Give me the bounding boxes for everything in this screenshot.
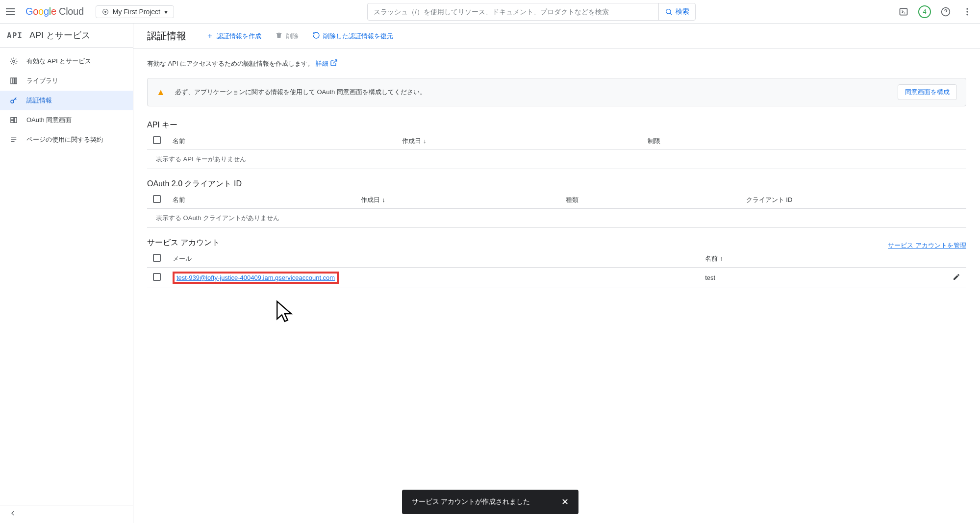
sort-desc-icon: ↓ bbox=[423, 137, 427, 145]
col-created[interactable]: 作成日↓ bbox=[396, 132, 642, 150]
svg-rect-15 bbox=[11, 121, 14, 123]
configure-consent-button[interactable]: 同意画面を構成 bbox=[898, 84, 957, 100]
svg-rect-10 bbox=[11, 78, 12, 84]
sidebar-item-oauth-consent[interactable]: OAuth 同意画面 bbox=[0, 110, 133, 130]
help-text: 有効な API にアクセスするための認証情報を作成します。 詳細 bbox=[147, 59, 966, 68]
service-account-email-link[interactable]: test-939@lofty-justice-400409.iam.gservi… bbox=[176, 274, 335, 281]
select-all-checkbox[interactable] bbox=[153, 136, 161, 144]
oauth-clients-heading: OAuth 2.0 クライアント ID bbox=[147, 179, 966, 189]
svg-point-13 bbox=[11, 100, 14, 103]
svg-point-6 bbox=[966, 8, 968, 9]
toast-notification: サービス アカウントが作成されました ✕ bbox=[402, 490, 578, 514]
highlight-annotation: test-939@lofty-justice-400409.iam.gservi… bbox=[173, 272, 339, 284]
api-logo: API bbox=[7, 31, 23, 40]
empty-state: 表示する API キーがありません bbox=[147, 150, 966, 169]
svg-rect-11 bbox=[13, 78, 15, 84]
top-bar: Google Cloud ⦿ My First Project ▾ 検索 4 bbox=[0, 0, 980, 24]
library-icon bbox=[9, 76, 19, 86]
consent-icon bbox=[9, 115, 19, 125]
project-name: My First Project bbox=[113, 8, 160, 16]
project-selector[interactable]: ⦿ My First Project ▾ bbox=[96, 5, 174, 18]
sidebar-item-label: 有効な API とサービス bbox=[26, 57, 91, 66]
search-input[interactable] bbox=[368, 8, 658, 16]
sidebar-item-label: OAuth 同意画面 bbox=[26, 116, 72, 125]
sidebar-collapse[interactable] bbox=[0, 505, 133, 523]
oauth-consent-warning: ▲ 必ず、アプリケーションに関する情報を使用して OAuth 同意画面を構成して… bbox=[147, 78, 966, 106]
col-name[interactable]: 名前↑ bbox=[699, 250, 937, 268]
close-icon[interactable]: ✕ bbox=[561, 497, 569, 507]
restore-icon bbox=[312, 31, 320, 41]
select-all-checkbox[interactable] bbox=[153, 195, 161, 203]
sidebar-item-enabled-apis[interactable]: 有効な API とサービス bbox=[0, 51, 133, 71]
sort-asc-icon: ↑ bbox=[720, 255, 723, 262]
svg-rect-14 bbox=[11, 118, 14, 120]
svg-line-1 bbox=[670, 13, 672, 15]
sidebar-item-label: ページの使用に関する契約 bbox=[26, 135, 103, 144]
main-header: 認証情報 ＋ 認証情報を作成 削除 削除した認証情報を復元 bbox=[133, 24, 980, 49]
search-icon bbox=[665, 8, 673, 16]
table-row: test-939@lofty-justice-400409.iam.gservi… bbox=[147, 268, 966, 288]
delete-button: 削除 bbox=[275, 31, 299, 41]
plus-icon: ＋ bbox=[206, 31, 214, 41]
col-created[interactable]: 作成日↓ bbox=[355, 191, 560, 209]
svg-rect-12 bbox=[15, 78, 17, 84]
select-all-checkbox[interactable] bbox=[153, 254, 161, 262]
help-link[interactable]: 詳細 bbox=[316, 60, 338, 67]
col-type[interactable]: 種類 bbox=[560, 191, 740, 209]
chevron-left-icon bbox=[9, 509, 17, 517]
external-link-icon bbox=[330, 59, 338, 67]
api-keys-table: 名前 作成日↓ 制限 表示する API キーがありません bbox=[147, 132, 966, 169]
main-content: 認証情報 ＋ 認証情報を作成 削除 削除した認証情報を復元 有効な API にア… bbox=[133, 24, 980, 523]
chevron-down-icon: ▾ bbox=[164, 8, 168, 16]
sidebar-item-label: ライブラリ bbox=[26, 76, 58, 85]
service-accounts-table: メール 名前↑ test-939@lofty-justice-400409.ia… bbox=[147, 250, 966, 288]
search-box: 検索 bbox=[367, 3, 696, 21]
sidebar-item-library[interactable]: ライブラリ bbox=[0, 71, 133, 91]
dashboard-icon bbox=[9, 56, 19, 66]
service-account-name: test bbox=[699, 268, 937, 288]
svg-point-8 bbox=[966, 14, 968, 15]
google-cloud-logo[interactable]: Google Cloud bbox=[25, 6, 84, 17]
hamburger-icon[interactable] bbox=[6, 6, 18, 18]
row-checkbox[interactable] bbox=[153, 273, 161, 281]
svg-point-9 bbox=[13, 60, 15, 63]
col-email[interactable]: メール bbox=[167, 250, 699, 268]
svg-point-0 bbox=[666, 9, 671, 13]
col-clientid[interactable]: クライアント ID bbox=[740, 191, 947, 209]
project-icon: ⦿ bbox=[102, 8, 109, 16]
edit-icon[interactable] bbox=[953, 275, 960, 282]
sidebar-item-credentials[interactable]: 認証情報 bbox=[0, 91, 133, 110]
api-keys-heading: API キー bbox=[147, 120, 966, 130]
manage-service-accounts-link[interactable]: サービス アカウントを管理 bbox=[888, 241, 966, 250]
oauth-clients-table: 名前 作成日↓ 種類 クライアント ID 表示する OAuth クライアントがあ… bbox=[147, 191, 966, 228]
col-name[interactable]: 名前 bbox=[167, 132, 396, 150]
restore-button[interactable]: 削除した認証情報を復元 bbox=[312, 31, 393, 41]
svg-rect-16 bbox=[15, 118, 17, 123]
sidebar: API API とサービス 有効な API とサービス ライブラリ 認証情報 O… bbox=[0, 24, 133, 523]
toast-message: サービス アカウントが作成されました bbox=[412, 498, 530, 506]
svg-point-7 bbox=[966, 11, 968, 12]
col-name[interactable]: 名前 bbox=[167, 191, 355, 209]
sort-desc-icon: ↓ bbox=[382, 196, 385, 203]
cloud-shell-icon[interactable] bbox=[897, 5, 910, 19]
empty-state: 表示する OAuth クライアントがありません bbox=[147, 209, 966, 228]
create-credentials-button[interactable]: ＋ 認証情報を作成 bbox=[206, 31, 261, 41]
notifications-badge[interactable]: 4 bbox=[918, 5, 931, 18]
sidebar-item-label: 認証情報 bbox=[26, 96, 52, 105]
page-title: 認証情報 bbox=[147, 29, 186, 43]
sidebar-title: API API とサービス bbox=[0, 24, 133, 48]
service-accounts-heading: サービス アカウント bbox=[147, 238, 220, 248]
search-button[interactable]: 検索 bbox=[658, 3, 695, 20]
warning-icon: ▲ bbox=[156, 87, 165, 98]
sidebar-item-agreements[interactable]: ページの使用に関する契約 bbox=[0, 130, 133, 149]
kebab-menu-icon[interactable] bbox=[960, 5, 974, 19]
trash-icon bbox=[275, 31, 283, 41]
help-icon[interactable] bbox=[939, 5, 953, 19]
key-icon bbox=[9, 96, 19, 105]
col-restrict[interactable]: 制限 bbox=[642, 132, 947, 150]
document-icon bbox=[9, 135, 19, 145]
